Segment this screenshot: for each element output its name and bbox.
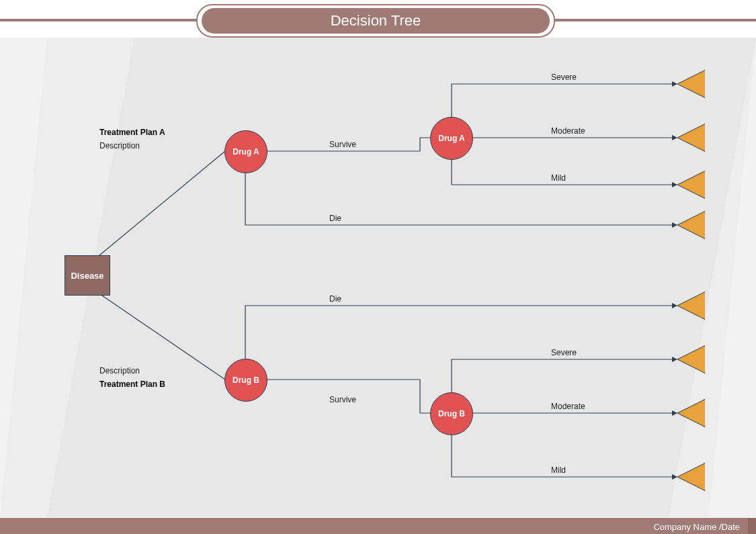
terminal-a-die (678, 212, 705, 238)
terminal-a-mild (678, 171, 705, 198)
label-treatment-plan-b: Treatment Plan B (99, 380, 165, 389)
label-mild-a: Mild (551, 173, 566, 183)
label-die-b: Die (329, 294, 341, 304)
label-survive-b: Survive (329, 395, 356, 404)
footer-bar (0, 518, 756, 534)
chance-node-drug-a-1: Drug A (224, 130, 267, 173)
label-description-a: Description (99, 141, 140, 150)
terminal-b-mild (678, 463, 705, 490)
terminal-a-moderate (678, 124, 705, 151)
footer-text: Company Name /Date (653, 522, 740, 532)
terminal-a-severe (678, 71, 705, 97)
chance-node-drug-b-1: Drug B (224, 359, 267, 402)
chance-node-drug-b-2: Drug B (430, 392, 473, 435)
label-severe-b: Severe (551, 348, 577, 357)
terminal-b-severe (678, 346, 705, 373)
label-description-b: Description (99, 366, 140, 375)
label-moderate-b: Moderate (551, 402, 585, 411)
label-mild-b: Mild (551, 465, 566, 475)
label-severe-a: Severe (551, 73, 577, 82)
label-die-a: Die (329, 214, 341, 223)
terminal-b-die (678, 292, 705, 319)
connectors (0, 0, 756, 534)
label-moderate-a: Moderate (551, 126, 585, 136)
label-survive-a: Survive (329, 140, 356, 149)
label-treatment-plan-a: Treatment Plan A (99, 128, 165, 137)
terminal-b-moderate (678, 400, 705, 427)
decision-node-disease: Disease (65, 255, 110, 296)
chance-node-drug-a-2: Drug A (430, 117, 473, 160)
footer-cap (748, 518, 756, 534)
